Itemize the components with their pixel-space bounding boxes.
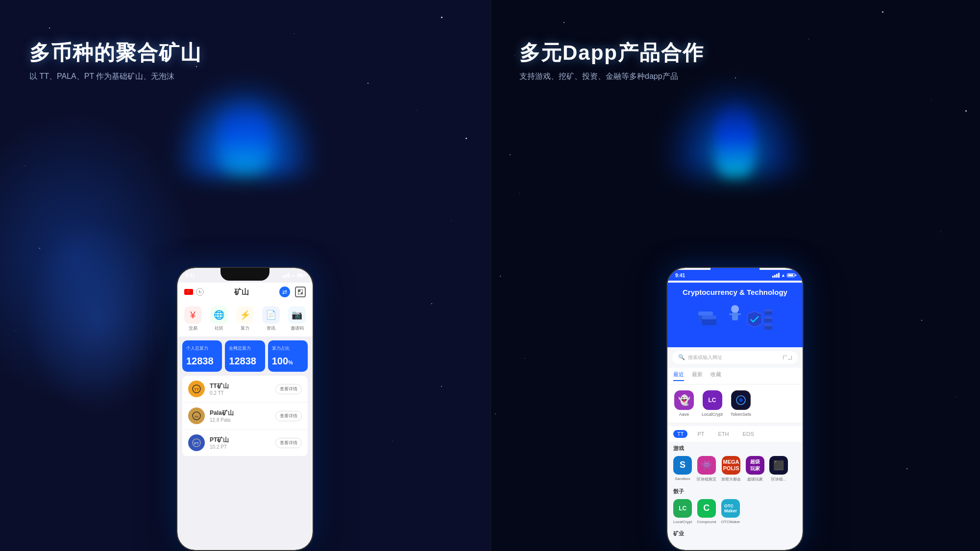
recent-localcrypt[interactable]: LC LocalCrypt [702,390,723,417]
nav-news-label: 资讯 [267,325,275,332]
chain-eos[interactable]: EOS [739,430,758,438]
qr-icon[interactable] [295,287,306,297]
left-panel: 多币种的聚合矿山 以 TT、PALA、PT 作为基础矿山、无泡沫 9:41 [0,0,490,551]
right-phone-container: 9:41 ▲ [666,267,804,551]
blockchain-misc-icon: ⬛ [769,456,788,475]
nav-trade[interactable]: ¥ 交易 [184,306,202,332]
stat-network-value: 12838 [229,356,261,367]
stats-grid: 个人总算力 12838 全网总算力 12838 算力占比 100% [177,340,313,372]
games-section: 游戏 S Sandbox 👾 [667,442,803,485]
right-phone-screen: 9:41 ▲ [667,268,803,550]
chain-eth[interactable]: ETH [714,430,733,438]
dapp-header: Cryptocurrency & Technology [667,283,803,347]
dapp-blockchain-misc[interactable]: ⬛ 区块链... [769,456,788,482]
tab-favorites[interactable]: 收藏 [710,371,721,381]
chain-pt[interactable]: PT [693,430,708,438]
expand-icon[interactable] [783,356,792,359]
tt-mine-name: TT矿山 [210,382,275,390]
left-time: 9:41 [185,273,195,278]
mine-item-pt: PT PT矿山 10.2 PT 查看详情 [182,430,308,456]
aave-label: Aave [679,412,689,417]
tab-recent[interactable]: 最近 [673,371,684,381]
sandbox-label: Sandbox [675,477,690,481]
trade-icon: ¥ [184,306,202,324]
super-player-icon: 超级玩家 [746,456,764,475]
pala-mine-name: Pala矿山 [210,409,275,417]
right-status-bar: 9:41 ▲ [667,270,803,281]
dapp-localcrypt-dice[interactable]: LC LocalCrypt [673,499,692,524]
nav-community-label: 社区 [215,325,223,332]
news-icon: 📄 [262,306,280,324]
pt-detail-btn[interactable]: 查看详情 [275,438,302,448]
dice-grid: LC LocalCrypt C Compound [673,499,797,524]
localcrypt-dice-label: LocalCrypt [673,520,692,524]
stat-ratio-value: 100% [272,356,304,367]
dapp-sandbox[interactable]: S Sandbox [673,456,692,482]
right-panel: 多元Dapp产品合作 支持游戏、挖矿、投资、金融等多种dapp产品 9:41 [490,0,980,551]
right-main-title: 多元Dapp产品合作 [519,39,704,67]
dapp-super-player[interactable]: 超级玩家 超级玩家 [746,456,764,482]
dapp-blockchain-run[interactable]: 👾 区块链跑宝 [697,456,716,482]
dapp-megapolis[interactable]: MEGAPOLIS 加密大都会 [721,456,741,482]
stat-network: 全网总算力 12838 [225,340,265,372]
recent-aave[interactable]: 👻 Aave [674,390,694,417]
search-placeholder: 搜索或输入网址 [688,354,722,361]
svg-rect-17 [764,316,772,319]
svg-text:PT: PT [194,441,199,446]
community-icon: 🌐 [210,306,228,324]
aave-icon: 👻 [674,390,694,410]
games-title: 游戏 [673,445,797,452]
dice-title: 骰子 [673,488,797,495]
tokensets-icon [731,390,751,410]
stat-ratio-label: 算力占比 [272,345,304,352]
right-phone: 9:41 ▲ [666,267,804,551]
left-status-right: ▲ [282,273,305,278]
nav-community[interactable]: 🌐 社区 [210,306,228,332]
tt-detail-btn[interactable]: 查看详情 [275,384,302,394]
otcmaker-icon: OTCMaker [721,499,740,518]
blockchain-run-label: 区块链跑宝 [697,477,716,482]
games-grid: S Sandbox 👾 区块链跑宝 [673,456,797,482]
invite-icon: 📷 [288,306,306,324]
right-time: 9:41 [675,273,685,278]
pt-mine-amount: 10.2 PT [210,444,275,450]
localcrypt-dice-icon: LC [673,499,692,518]
nav-hashrate-label: 算力 [241,325,249,332]
compound-label: Compound [697,520,716,524]
dapp-otcmaker[interactable]: OTCMaker OTCMaker [721,499,740,524]
tt-mine-info: TT矿山 0.2 TT [210,382,275,396]
pala-detail-btn[interactable]: 查看详情 [275,411,302,421]
megapolis-label: 加密大都会 [721,477,741,482]
mine-item-tt: TT TT矿山 0.2 TT 查看详情 [182,376,308,403]
recent-apps: 👻 Aave LC LocalCrypt [667,384,803,423]
dapp-app: Cryptocurrency & Technology [667,268,803,550]
svg-point-20 [739,398,743,402]
svg-rect-19 [764,324,772,326]
tab-latest[interactable]: 最新 [692,371,703,381]
stat-personal: 个人总算力 12838 [182,340,222,372]
pala-mine-amount: 12.8 Pala [210,417,275,423]
dapp-search[interactable]: 🔍 搜索或输入网址 [672,351,798,364]
left-phone: 9:41 ▲ [176,267,314,551]
nav-news[interactable]: 📄 资讯 [262,306,280,332]
nav-invite[interactable]: 📷 邀请码 [288,306,306,332]
recent-tokensets[interactable]: TokenSets [731,390,751,417]
stat-personal-label: 个人总算力 [186,345,218,352]
svg-rect-9 [702,315,716,319]
compound-icon: C [697,499,716,518]
chain-tt[interactable]: TT [673,430,687,438]
left-phone-screen: 9:41 ▲ [177,268,313,550]
tt-logo: TT [188,381,205,397]
dapp-compound[interactable]: C Compound [697,499,716,524]
localcrypt-label: LocalCrypt [702,412,723,417]
right-battery-icon [787,273,795,277]
nav-trade-label: 交易 [189,325,197,332]
left-main-title: 多币种的聚合矿山 [29,39,202,67]
svg-point-10 [731,305,739,313]
nav-hashrate[interactable]: ⚡ 算力 [236,306,254,332]
transfer-icon[interactable]: ⇄ [279,287,290,297]
localcrypt-icon: LC [703,390,722,410]
mining-industry-title: 矿业 [673,530,797,537]
signal-icon [282,273,290,278]
search-icon: 🔍 [678,354,685,360]
